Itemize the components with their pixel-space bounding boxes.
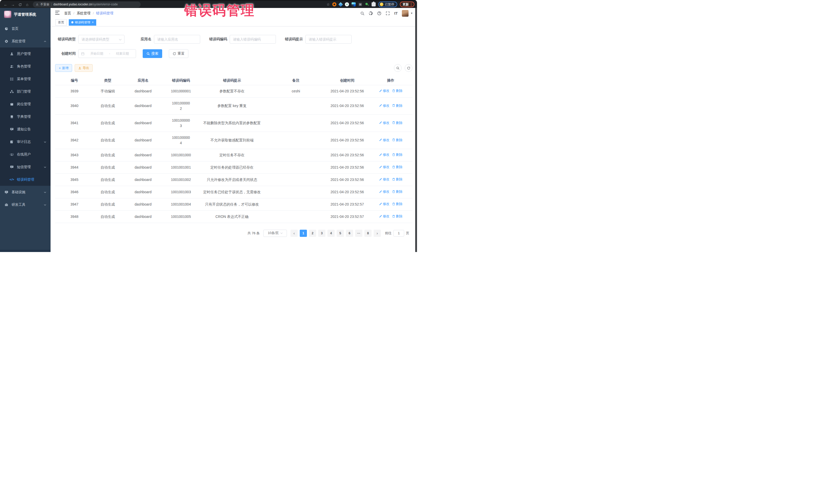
edit-link[interactable]: 修改 [379, 120, 390, 126]
page-button-2[interactable]: 2 [309, 230, 316, 237]
sidebar-footer-strip [0, 250, 50, 252]
error-msg-input[interactable] [305, 35, 352, 44]
extension-gem-icon[interactable] [338, 2, 343, 7]
extension-orange-icon[interactable] [332, 2, 336, 6]
tag-error-code[interactable]: 错误码管理 × [69, 19, 96, 26]
close-icon[interactable]: × [92, 21, 94, 24]
breadcrumb-system[interactable]: 系统管理 [77, 11, 91, 16]
search-icon[interactable] [360, 11, 365, 15]
sidebar-item-menus[interactable]: 菜单管理 [0, 73, 50, 85]
add-button[interactable]: + 新增 [55, 64, 72, 72]
date-range-picker[interactable]: 开始日期 - 结束日期 [78, 49, 136, 58]
sidebar-item-posts[interactable]: 岗位管理 [0, 98, 50, 110]
menu-dots-icon[interactable] [411, 4, 412, 5]
delete-link[interactable]: 删除 [392, 189, 403, 194]
home-icon[interactable]: ⌂ [24, 3, 30, 6]
delete-link[interactable]: 删除 [392, 120, 403, 126]
prev-page-button[interactable]: ‹ [290, 230, 298, 237]
app-title: 芋道管理系统 [14, 12, 36, 17]
goto-page-input[interactable] [393, 230, 404, 237]
address-bar[interactable]: ⚠ 不安全 dashboard.yudao.iocoder.cn/system/… [33, 2, 140, 7]
back-icon[interactable]: ← [3, 3, 9, 6]
edit-link[interactable]: 修改 [379, 103, 390, 108]
delete-link[interactable]: 删除 [392, 88, 403, 93]
page-button-6[interactable]: 6 [346, 230, 353, 237]
sidebar-item-online-users[interactable]: 在线用户 [0, 148, 50, 161]
error-type-select[interactable] [78, 35, 125, 44]
sidebar-item-home[interactable]: 首页 [0, 22, 50, 35]
edit-link[interactable]: 修改 [379, 177, 390, 182]
date-end-placeholder[interactable]: 结束日期 [112, 51, 133, 56]
reload-icon[interactable] [17, 3, 23, 6]
extension-vue-icon[interactable]: V [345, 2, 349, 6]
edit-link[interactable]: 修改 [379, 88, 390, 93]
extension-tampermonkey-icon[interactable]: on [358, 2, 363, 6]
cell-code: 1001001005 [164, 211, 198, 223]
edit-link[interactable]: 修改 [379, 152, 390, 157]
delete-link[interactable]: 删除 [392, 214, 403, 219]
caret-down-icon[interactable]: ▾ [411, 12, 412, 15]
edit-link[interactable]: 修改 [379, 137, 390, 143]
sidebar-item-departments[interactable]: 部门管理 [0, 85, 50, 98]
page-button-5[interactable]: 5 [337, 230, 344, 237]
refresh-icon [407, 66, 410, 70]
toggle-search-button[interactable] [394, 64, 402, 72]
hamburger-icon[interactable] [55, 11, 60, 16]
page-ellipsis[interactable]: ··· [355, 230, 363, 237]
search-button[interactable]: 搜索 [143, 49, 162, 58]
breadcrumb-home[interactable]: 首页 [64, 11, 71, 16]
github-icon[interactable] [369, 11, 373, 15]
help-icon[interactable] [377, 11, 381, 15]
export-button[interactable]: 导出 [75, 64, 93, 72]
page-button-3[interactable]: 3 [318, 230, 325, 237]
date-start-placeholder[interactable]: 开始日期 [86, 51, 108, 56]
extensions-puzzle-icon[interactable] [372, 2, 376, 6]
delete-link[interactable]: 删除 [392, 165, 403, 170]
edit-link[interactable]: 修改 [379, 189, 390, 194]
next-page-button[interactable]: › [374, 230, 381, 237]
delete-link[interactable]: 删除 [392, 137, 403, 143]
update-button[interactable]: 更新 [400, 2, 414, 7]
refresh-button[interactable] [405, 64, 412, 72]
avatar[interactable] [402, 10, 409, 17]
sidebar-item-audit-log[interactable]: 审计日志 [0, 135, 50, 148]
cell-type: 自动生成 [94, 114, 122, 132]
reset-button[interactable]: 重置 [169, 49, 188, 58]
extension-key-icon[interactable] [365, 2, 369, 6]
sidebar-item-sms[interactable]: 短信管理 [0, 161, 50, 173]
delete-link[interactable]: 删除 [392, 177, 403, 182]
sidebar-item-roles[interactable]: 角色管理 [0, 60, 50, 73]
forward-icon[interactable]: → [10, 3, 16, 6]
page-size-select[interactable]: 10条/页 [263, 230, 287, 237]
bookmark-star-icon[interactable]: ☆ [326, 2, 330, 6]
tag-home[interactable]: 首页 [56, 19, 67, 26]
sidebar-item-error-code[interactable]: </> 错误码管理 [0, 173, 50, 186]
sidebar-item-devtools[interactable]: 研发工具 [0, 198, 50, 211]
edit-link[interactable]: 修改 [379, 201, 390, 206]
cell-time: 2021-04-20 23:52:56 [325, 97, 369, 114]
app-name-input[interactable] [154, 35, 200, 44]
cell-code: 1001000004 [172, 135, 190, 146]
edit-link[interactable]: 修改 [379, 214, 390, 219]
delete-link[interactable]: 删除 [392, 103, 403, 108]
sidebar-item-notice[interactable]: 通知公告 [0, 123, 50, 135]
fullscreen-icon[interactable] [386, 11, 390, 15]
sidebar-item-dict[interactable]: 字典管理 [0, 110, 50, 123]
edit-link[interactable]: 修改 [379, 165, 390, 170]
page-button-1[interactable]: 1 [300, 230, 307, 237]
table-row: 3941 自动生成 dashboard 1001000003 不能删除类型为系统… [55, 114, 412, 132]
error-code-input[interactable] [230, 35, 276, 44]
error-type-select-input[interactable] [78, 35, 125, 44]
paused-badge[interactable]: 已暂停 [378, 2, 397, 7]
sidebar-item-system[interactable]: 系统管理 [0, 35, 50, 47]
delete-link[interactable]: 删除 [392, 152, 403, 157]
delete-link[interactable]: 删除 [392, 201, 403, 206]
extension-grid-icon[interactable] [352, 2, 356, 6]
page-button-4[interactable]: 4 [327, 230, 335, 237]
sidebar-item-users[interactable]: 用户管理 [0, 47, 50, 60]
sidebar-item-infra[interactable]: 基础设施 [0, 186, 50, 198]
page-scrollbar[interactable] [415, 8, 417, 252]
font-size-icon[interactable]: tT [394, 11, 397, 15]
page-button-8[interactable]: 8 [365, 230, 372, 237]
app-logo-row[interactable]: 芋道管理系统 [0, 8, 50, 21]
